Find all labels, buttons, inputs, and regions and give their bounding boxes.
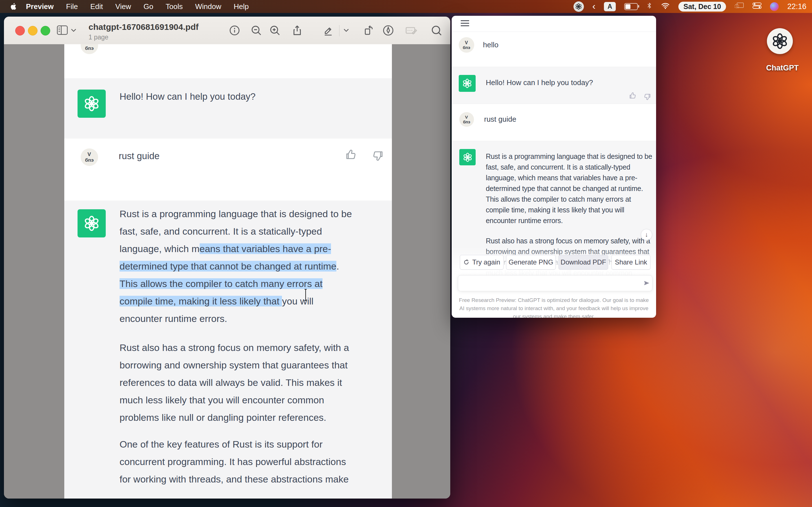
- chat-text-line: fast, safe, and concurrent. It is a stat…: [486, 163, 652, 174]
- highlighter-icon[interactable]: [322, 24, 335, 37]
- menu-item[interactable]: Preview: [21, 2, 60, 11]
- retry-icon: [463, 259, 469, 265]
- zoom-window-button[interactable]: [41, 26, 50, 36]
- user-avatar: Vбпэ: [459, 112, 474, 127]
- try-again-button[interactable]: Try again: [460, 255, 504, 270]
- chatgpt-menubar-icon[interactable]: [573, 1, 584, 12]
- chat-text-line: This allows the compiler to catch many e…: [486, 195, 652, 206]
- preview-titlebar: chatgpt-1670681691904.pdf 1 page: [4, 17, 450, 45]
- menu-item[interactable]: Tools: [160, 2, 189, 11]
- bluetooth-icon[interactable]: [646, 2, 652, 11]
- pdf-text-line: borrowing and ownership system that guar…: [119, 360, 349, 377]
- pdf-text-line: problems like null or dangling pointer r…: [119, 412, 349, 430]
- chat-text-line: determined type that cannot be changed a…: [486, 184, 652, 195]
- close-button[interactable]: [15, 26, 25, 36]
- assistant-avatar: [78, 90, 106, 118]
- thumbs-up-icon[interactable]: [629, 92, 637, 101]
- chat-paragraph-1: Rust is a programming language that is d…: [486, 152, 652, 227]
- send-icon[interactable]: [643, 279, 650, 288]
- pdf-page[interactable]: Vбпэ Hello! How can I help you today? Vб…: [64, 44, 392, 499]
- search-icon[interactable]: [430, 24, 443, 37]
- assistant-avatar: [78, 209, 106, 237]
- assistant-message: Hello! How can I help you today?: [119, 91, 255, 102]
- preview-content-area: Vбпэ Hello! How can I help you today? Vб…: [4, 44, 450, 499]
- menubar-clock[interactable]: 22:16: [787, 2, 806, 11]
- chat-text-line: compile time, making it less likely that…: [486, 206, 652, 217]
- chat-assistant-row: Hello! How can I help you today?: [452, 67, 656, 104]
- menu-item[interactable]: Edit: [84, 2, 109, 11]
- info-icon[interactable]: [228, 24, 241, 37]
- menu-item[interactable]: Window: [189, 2, 227, 11]
- user-message: rust guide: [119, 151, 160, 161]
- pdf-text-line: determined type that cannot be changed a…: [119, 261, 352, 278]
- text-annotation-icon: [405, 24, 418, 37]
- screen-mirroring-icon[interactable]: [734, 2, 744, 11]
- pdf-text-line: concurrent programming. It has powerful …: [119, 456, 349, 474]
- generate-png-button[interactable]: Generate PNG: [506, 255, 556, 270]
- menu-bar: PreviewFileEditViewGoToolsWindowHelp ‹ A…: [0, 0, 812, 13]
- pdf-text-line: much less likely that you will encounter…: [119, 395, 349, 412]
- chat-text-line: encounter runtime errors.: [486, 217, 652, 227]
- share-icon[interactable]: [291, 24, 304, 37]
- pdf-text-line: references to data will always be valid.…: [119, 377, 349, 395]
- hamburger-menu-icon[interactable]: [461, 20, 469, 28]
- pdf-text-line: language, which means that variables hav…: [119, 243, 352, 261]
- pdf-paragraph-1: Rust is a programming language that is d…: [119, 209, 352, 331]
- assistant-avatar: [459, 149, 476, 165]
- control-center-icon[interactable]: [753, 2, 762, 11]
- pdf-text-line: encounter runtime errors.: [119, 313, 352, 331]
- pdf-text-line: fast, safe, and concurrent. It is a stat…: [119, 226, 352, 243]
- chat-input[interactable]: [458, 275, 652, 291]
- thumbs-up-icon[interactable]: [345, 149, 357, 162]
- markup-chevron-icon[interactable]: [341, 24, 351, 37]
- chatgpt-desktop-icon[interactable]: [767, 28, 793, 54]
- pdf-text-line: Rust also has a strong focus on memory s…: [119, 342, 349, 360]
- pdf-text-line: compile time, making it less likely that…: [119, 296, 352, 313]
- pdf-paragraph-2: Rust also has a strong focus on memory s…: [119, 342, 349, 430]
- chevron-down-icon: [71, 29, 76, 32]
- document-title: chatgpt-1670681691904.pdf: [89, 22, 199, 32]
- zoom-in-icon[interactable]: [268, 24, 282, 37]
- keyboard-layout-badge[interactable]: A: [604, 2, 616, 11]
- pdf-assistant-row-2: Rust is a programming language that is d…: [64, 201, 392, 499]
- menubar-date[interactable]: Sat, Dec 10: [678, 2, 726, 11]
- pdf-text-line: This allows the compiler to catch many e…: [119, 278, 352, 296]
- menu-item[interactable]: File: [60, 2, 84, 11]
- chat-text-line: language, which means that variables hav…: [486, 174, 652, 184]
- wifi-icon[interactable]: [661, 2, 670, 11]
- share-link-button[interactable]: Share Link: [612, 255, 651, 270]
- chat-user-message: hello: [483, 41, 499, 49]
- back-chevron-icon[interactable]: ‹: [592, 1, 596, 11]
- download-pdf-button[interactable]: Download PDF: [559, 255, 608, 270]
- battery-icon[interactable]: [624, 3, 638, 10]
- toolbar-divider: [339, 25, 340, 36]
- minimize-button[interactable]: [28, 26, 38, 36]
- chat-text-line: Rust is a programming language that is d…: [486, 152, 652, 163]
- menu-items: PreviewFileEditViewGoToolsWindowHelp: [21, 2, 255, 11]
- thumbs-down-icon[interactable]: [644, 92, 651, 101]
- pdf-text-line: for working with threads, and these abst…: [119, 474, 349, 491]
- pdf-paragraph-3: One of the key features of Rust is its s…: [119, 439, 349, 491]
- chatgpt-desktop-icon-label[interactable]: ChatGPT: [758, 64, 806, 72]
- thumbs-down-icon[interactable]: [372, 149, 384, 162]
- user-avatar: Vбпэ: [81, 149, 98, 166]
- chat-assistant-message: Hello! How can I help you today?: [486, 78, 593, 87]
- menu-item[interactable]: View: [109, 2, 137, 11]
- chat-user-message-2: rust guide: [484, 115, 516, 124]
- siri-icon[interactable]: [770, 2, 779, 11]
- scroll-to-bottom-button[interactable]: ↓: [641, 229, 652, 240]
- down-arrow-icon: ↓: [645, 231, 648, 238]
- document-pages: 1 page: [89, 34, 199, 41]
- apple-menu-icon[interactable]: [10, 2, 17, 11]
- menu-item[interactable]: Help: [227, 2, 255, 11]
- zoom-out-icon[interactable]: [250, 24, 263, 37]
- text-cursor: [303, 289, 308, 302]
- menu-item[interactable]: Go: [137, 2, 160, 11]
- chatgpt-window: Vбпэ hello Hello! How can I help you tod…: [452, 16, 656, 318]
- markup-pen-icon[interactable]: [382, 24, 395, 37]
- divider: [452, 32, 656, 32]
- rotate-icon[interactable]: [362, 24, 375, 37]
- pdf-text-line: Rust is a programming language that is d…: [119, 209, 352, 226]
- pdf-assistant-row: Hello! How can I help you today?: [64, 78, 392, 138]
- sidebar-toggle[interactable]: [56, 25, 76, 36]
